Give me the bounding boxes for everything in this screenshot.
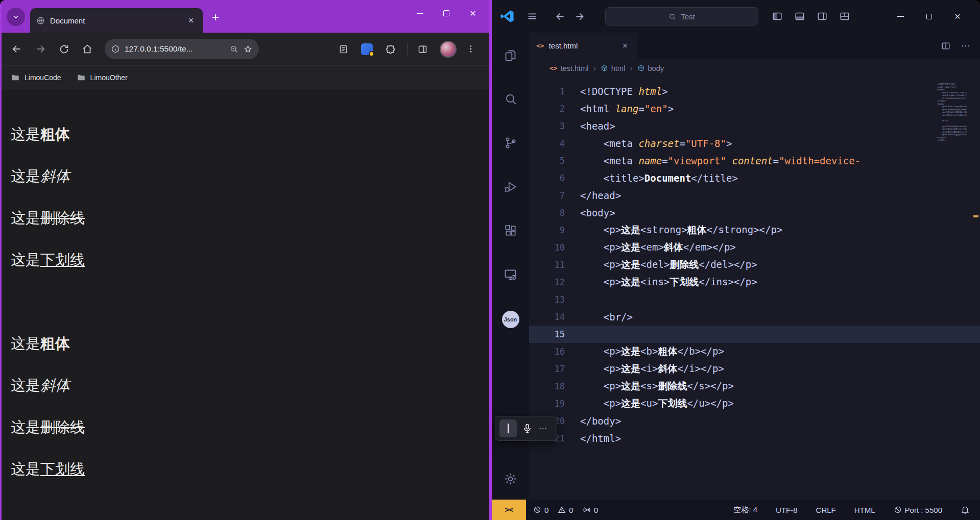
bookmark-star-icon[interactable] bbox=[243, 44, 253, 54]
code-line[interactable]: 17 <p>这是<i>斜体</i></p> bbox=[529, 360, 980, 378]
settings-gear-button[interactable] bbox=[503, 471, 518, 486]
explorer-button[interactable] bbox=[503, 47, 518, 63]
extensions-puzzle-button[interactable] bbox=[380, 39, 400, 59]
problems-warnings[interactable]: 0 bbox=[558, 506, 573, 514]
status-left: 0 0 0 bbox=[533, 506, 598, 514]
errors-count: 0 bbox=[544, 506, 548, 514]
code-line[interactable]: 21</html> bbox=[529, 430, 980, 447]
folder-icon bbox=[11, 73, 20, 82]
code-line[interactable]: 4 <meta charset="UTF-8"> bbox=[529, 135, 980, 152]
gear-icon bbox=[504, 472, 517, 486]
code-line[interactable]: 12 <p>这是<ins>下划线</ins></p> bbox=[529, 274, 980, 291]
toggle-panel-icon[interactable] bbox=[794, 11, 805, 22]
code-line[interactable]: 6 <title>Document</title> bbox=[529, 169, 980, 187]
symbol-element-icon bbox=[601, 64, 608, 72]
reload-button[interactable] bbox=[54, 39, 74, 59]
forward-button[interactable] bbox=[30, 39, 51, 59]
breadcrumb-item[interactable]: body bbox=[637, 64, 664, 72]
extension-b-button[interactable] bbox=[356, 39, 377, 59]
code-line[interactable]: 1<!DOCTYPE html> bbox=[529, 83, 980, 100]
problems-errors[interactable]: 0 bbox=[533, 506, 548, 514]
menu-button[interactable] bbox=[527, 11, 538, 22]
minimap[interactable]: <!DOCTYPE html> <html lang="en"> <head> … bbox=[937, 83, 967, 148]
text-cursor-button[interactable] bbox=[499, 419, 517, 437]
minimize-button[interactable] bbox=[407, 3, 433, 23]
source-control-button[interactable] bbox=[503, 135, 518, 151]
notifications-button[interactable] bbox=[961, 505, 980, 514]
breadcrumb-label: html bbox=[611, 64, 625, 72]
browser-tab[interactable]: Document × bbox=[30, 8, 203, 33]
side-panel-button[interactable] bbox=[412, 39, 433, 59]
browser-menu-button[interactable] bbox=[461, 39, 481, 59]
go-back-icon[interactable] bbox=[555, 11, 566, 22]
code-text: </html> bbox=[580, 433, 621, 444]
code-line[interactable]: 19 <p>这是<u>下划线</u></p> bbox=[529, 395, 980, 412]
bookmark-item[interactable]: LimouCode bbox=[11, 73, 61, 82]
extensions-button[interactable] bbox=[503, 223, 518, 238]
maximize-button[interactable] bbox=[915, 5, 943, 28]
page-paragraph: 这是删除线 bbox=[11, 417, 480, 437]
breadcrumb-item[interactable]: <>test.html bbox=[549, 64, 588, 72]
split-editor-icon[interactable] bbox=[941, 41, 951, 51]
editor-tab[interactable]: <> test.html × bbox=[529, 33, 638, 59]
code-line[interactable]: 5 <meta name="viewport" content="width=d… bbox=[529, 152, 980, 169]
zoom-icon[interactable] bbox=[229, 44, 238, 54]
microphone-icon[interactable] bbox=[522, 423, 533, 434]
close-button[interactable]: × bbox=[460, 3, 486, 23]
code-line[interactable]: 16 <p>这是<b>粗体</b></p> bbox=[529, 343, 980, 360]
code-line[interactable]: 9 <p>这是<strong>粗体</strong></p> bbox=[529, 221, 980, 239]
code-line[interactable]: 7</head> bbox=[529, 187, 980, 204]
bookmark-item[interactable]: LimouOther bbox=[77, 73, 128, 82]
status-item[interactable]: Port : 5500 bbox=[894, 506, 942, 514]
search-button[interactable] bbox=[503, 91, 518, 107]
close-button[interactable]: × bbox=[943, 5, 972, 28]
toggle-sidebar-icon[interactable] bbox=[772, 11, 783, 22]
code-editor[interactable]: 1<!DOCTYPE html>2<html lang="en">3<head>… bbox=[529, 78, 980, 500]
code-line[interactable]: 2<html lang="en"> bbox=[529, 100, 980, 117]
toggle-secondary-sidebar-icon[interactable] bbox=[817, 11, 828, 22]
breadcrumb-item[interactable]: html bbox=[601, 64, 625, 72]
prohibited-icon bbox=[894, 506, 902, 514]
code-line[interactable]: 18 <p>这是<s>删除线</s></p> bbox=[529, 378, 980, 395]
remote-indicator[interactable]: >< bbox=[492, 500, 526, 520]
home-button[interactable] bbox=[77, 39, 98, 59]
status-item[interactable]: CRLF bbox=[816, 506, 836, 514]
code-line[interactable]: 10 <p>这是<em>斜体</em></p> bbox=[529, 239, 980, 256]
line-number: 10 bbox=[529, 242, 580, 253]
go-forward-icon[interactable] bbox=[574, 11, 585, 22]
code-line[interactable]: 20</body> bbox=[529, 412, 980, 430]
status-item[interactable]: HTML bbox=[854, 506, 875, 514]
tab-search-button[interactable] bbox=[7, 8, 25, 26]
maximize-button[interactable] bbox=[433, 3, 460, 23]
back-button[interactable] bbox=[7, 39, 27, 59]
tab-close-icon[interactable]: × bbox=[185, 15, 197, 26]
live-preview-button[interactable] bbox=[503, 267, 518, 282]
code-line[interactable]: 14 <br/> bbox=[529, 308, 980, 326]
run-debug-button[interactable] bbox=[503, 179, 518, 194]
minimize-button[interactable] bbox=[886, 5, 915, 28]
code-line[interactable]: 3<head> bbox=[529, 117, 980, 135]
command-center-search[interactable]: Test bbox=[605, 7, 758, 26]
line-number: 1 bbox=[529, 86, 580, 96]
status-item[interactable]: UTF-8 bbox=[776, 506, 798, 514]
code-text: <p>这是<s>删除线</s></p> bbox=[580, 380, 734, 393]
forwarded-ports[interactable]: 0 bbox=[583, 506, 598, 514]
profile-avatar[interactable] bbox=[440, 41, 457, 58]
code-line[interactable]: 13 bbox=[529, 291, 980, 308]
status-item[interactable]: 空格: 4 bbox=[733, 505, 757, 515]
extension-a-button[interactable] bbox=[333, 39, 353, 59]
vscode-logo-icon bbox=[500, 9, 514, 23]
site-info-icon[interactable] bbox=[111, 44, 120, 54]
json-extension-button[interactable]: Json bbox=[502, 311, 519, 328]
html-file-icon: <> bbox=[549, 64, 558, 72]
new-tab-button[interactable]: + bbox=[212, 11, 219, 23]
code-line[interactable]: 15 bbox=[529, 326, 980, 343]
code-line[interactable]: 11 <p>这是<del>删除线</del></p> bbox=[529, 256, 980, 274]
code-text: </head> bbox=[580, 190, 621, 201]
tab-close-icon[interactable]: × bbox=[619, 40, 631, 52]
customize-layout-icon[interactable] bbox=[839, 11, 850, 22]
address-bar[interactable]: 127.0.0.1:5500/te... bbox=[105, 39, 259, 59]
code-line[interactable]: 8<body> bbox=[529, 204, 980, 221]
voice-widget-more-button[interactable]: ⋯ bbox=[539, 424, 547, 433]
editor-more-button[interactable]: ⋯ bbox=[961, 40, 971, 52]
